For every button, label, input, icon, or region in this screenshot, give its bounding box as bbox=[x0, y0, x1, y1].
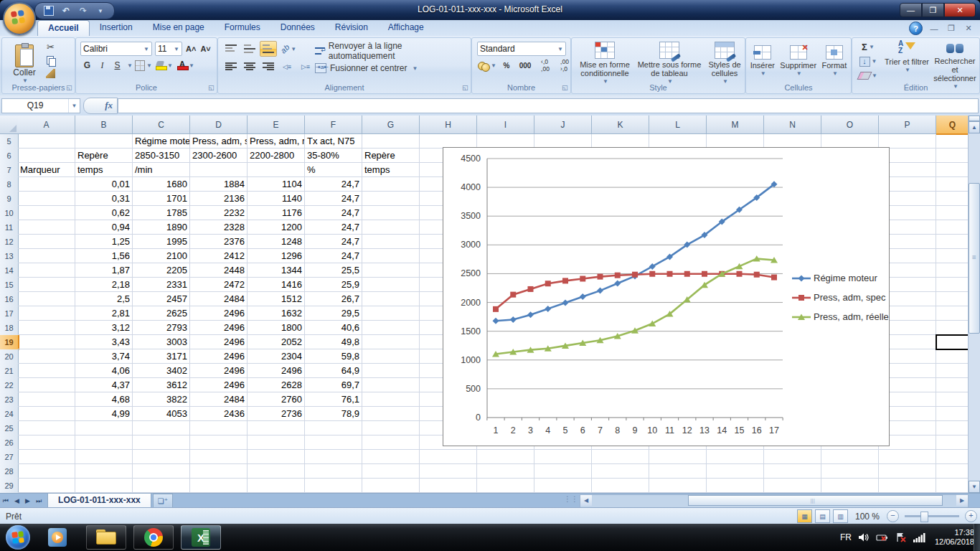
cell-G25[interactable] bbox=[362, 421, 420, 435]
column-header-K[interactable]: K bbox=[592, 116, 649, 134]
cell-G24[interactable] bbox=[362, 407, 420, 421]
cell-B12[interactable]: 1,25 bbox=[75, 235, 133, 249]
cell-Q7[interactable] bbox=[936, 163, 969, 177]
cell-G19[interactable] bbox=[362, 335, 420, 349]
cell-Q13[interactable] bbox=[936, 249, 969, 263]
row-header-28[interactable]: 28 bbox=[0, 464, 19, 479]
row-header-7[interactable]: 7 bbox=[0, 163, 19, 178]
cell-D22[interactable]: 2496 bbox=[190, 378, 248, 392]
scroll-right-button[interactable]: ▶ bbox=[956, 495, 968, 506]
row-header-25[interactable]: 25 bbox=[0, 421, 19, 436]
cell-G14[interactable] bbox=[362, 263, 420, 278]
cell-A10[interactable] bbox=[18, 206, 75, 220]
cell-G6[interactable]: Repère bbox=[362, 149, 420, 163]
cell-L29[interactable] bbox=[649, 479, 707, 493]
cell-A13[interactable] bbox=[18, 249, 75, 263]
align-left-button[interactable] bbox=[222, 59, 240, 75]
merge-center-button[interactable]: ⇥a⇤ Fusionner et centrer ▼ bbox=[314, 60, 469, 77]
comma-style-button[interactable]: 000 bbox=[516, 58, 534, 72]
cell-D21[interactable]: 2496 bbox=[190, 364, 248, 378]
insert-cells-button[interactable]: Insérer ▼ bbox=[750, 41, 776, 83]
start-button[interactable] bbox=[6, 525, 30, 550]
fill-color-button[interactable]: ▼ bbox=[154, 58, 174, 72]
sheet-tab-active[interactable]: LOG-01-011-xxx-xxx bbox=[47, 493, 151, 509]
cell-G9[interactable] bbox=[362, 192, 420, 206]
cell-A25[interactable] bbox=[18, 421, 75, 435]
cell-Q8[interactable] bbox=[936, 177, 969, 192]
cell-C8[interactable]: 1680 bbox=[133, 177, 190, 192]
vertical-scroll-thumb[interactable] bbox=[969, 183, 980, 334]
show-desktop-button[interactable] bbox=[974, 524, 980, 551]
cell-B19[interactable]: 3,43 bbox=[75, 335, 133, 349]
align-center-button[interactable] bbox=[241, 59, 258, 75]
cell-Q27[interactable] bbox=[936, 450, 969, 464]
legend-item-3[interactable]: Press, adm, réelle bbox=[792, 311, 889, 322]
cell-D8[interactable]: 1884 bbox=[190, 177, 248, 192]
cell-H5[interactable] bbox=[420, 134, 477, 149]
cell-D5[interactable]: Press, adm, spec bbox=[190, 134, 248, 149]
cell-D6[interactable]: 2300-2600 bbox=[190, 149, 248, 163]
cell-N29[interactable] bbox=[764, 479, 821, 493]
row-header-18[interactable]: 18 bbox=[0, 321, 19, 336]
cell-Q10[interactable] bbox=[936, 206, 969, 220]
row-header-26[interactable]: 26 bbox=[0, 435, 19, 451]
vertical-scrollbar[interactable]: ▲ ▼ bbox=[968, 116, 980, 493]
zoom-level[interactable]: 100 % bbox=[855, 512, 880, 522]
cell-styles-button[interactable]: Styles de cellules ▼ bbox=[702, 41, 747, 87]
cell-C12[interactable]: 1995 bbox=[133, 235, 190, 249]
cell-D20[interactable]: 2496 bbox=[190, 349, 248, 364]
cell-P27[interactable] bbox=[879, 450, 936, 464]
font-dialog-launcher[interactable]: ◱ bbox=[208, 85, 215, 92]
cell-B8[interactable]: 0,01 bbox=[75, 177, 133, 192]
clear-button[interactable]: ▼ bbox=[858, 69, 878, 83]
cell-J28[interactable] bbox=[534, 464, 592, 479]
next-sheet-button[interactable]: ▶ bbox=[22, 497, 33, 504]
tab-accueil[interactable]: Accueil bbox=[37, 20, 90, 37]
cell-Q24[interactable] bbox=[936, 407, 969, 421]
clipboard-dialog-launcher[interactable]: ◱ bbox=[66, 85, 73, 92]
cell-F15[interactable]: 25,9 bbox=[305, 278, 362, 292]
cell-D13[interactable]: 2412 bbox=[190, 249, 248, 263]
name-box-dropdown[interactable]: ▼ bbox=[68, 99, 80, 113]
cell-E28[interactable] bbox=[248, 464, 305, 479]
conditional-formatting-button[interactable]: Mise en forme conditionnelle ▼ bbox=[573, 41, 636, 87]
cell-Q14[interactable] bbox=[936, 263, 969, 278]
cell-A29[interactable] bbox=[18, 479, 75, 493]
cell-Q20[interactable] bbox=[936, 349, 969, 364]
column-header-G[interactable]: G bbox=[362, 116, 420, 134]
row-header-19[interactable]: 19 bbox=[0, 335, 19, 350]
cell-B5[interactable] bbox=[75, 134, 133, 149]
cell-E9[interactable]: 1140 bbox=[248, 192, 305, 206]
prev-sheet-button[interactable]: ◀ bbox=[11, 497, 22, 504]
cell-F20[interactable]: 59,8 bbox=[305, 349, 362, 364]
sort-filter-button[interactable]: AZ Trier et filtrer ▼ bbox=[884, 40, 930, 75]
cell-B26[interactable] bbox=[75, 435, 133, 450]
cell-K29[interactable] bbox=[592, 479, 649, 493]
cell-F17[interactable]: 29,5 bbox=[305, 306, 362, 321]
cell-Q17[interactable] bbox=[936, 306, 969, 321]
cell-B28[interactable] bbox=[75, 464, 133, 479]
font-size-select[interactable]: 11▼ bbox=[155, 42, 182, 56]
cell-B15[interactable]: 2,18 bbox=[75, 278, 133, 292]
cell-F11[interactable]: 24,7 bbox=[305, 220, 362, 235]
cell-A11[interactable] bbox=[18, 220, 75, 235]
cell-C20[interactable]: 3171 bbox=[133, 349, 190, 364]
cell-A16[interactable] bbox=[18, 292, 75, 306]
cell-E11[interactable]: 1200 bbox=[248, 220, 305, 235]
cell-C23[interactable]: 3822 bbox=[133, 392, 190, 407]
cell-D24[interactable]: 2436 bbox=[190, 407, 248, 421]
taskbar-chrome[interactable] bbox=[133, 525, 174, 550]
cell-H28[interactable] bbox=[420, 464, 477, 479]
zoom-in-button[interactable]: + bbox=[965, 510, 977, 522]
cell-N27[interactable] bbox=[764, 450, 821, 464]
format-painter-button[interactable] bbox=[45, 68, 56, 79]
cell-E24[interactable]: 2736 bbox=[248, 407, 305, 421]
cell-Q25[interactable] bbox=[936, 421, 969, 435]
cell-F26[interactable] bbox=[305, 435, 362, 450]
row-header-8[interactable]: 8 bbox=[0, 177, 19, 192]
cell-E16[interactable]: 1512 bbox=[248, 292, 305, 306]
zoom-slider-thumb[interactable] bbox=[920, 512, 928, 522]
cell-B29[interactable] bbox=[75, 479, 133, 493]
autosum-button[interactable]: Σ▼ bbox=[858, 40, 878, 54]
orientation-button[interactable]: ab▼ bbox=[278, 41, 298, 57]
